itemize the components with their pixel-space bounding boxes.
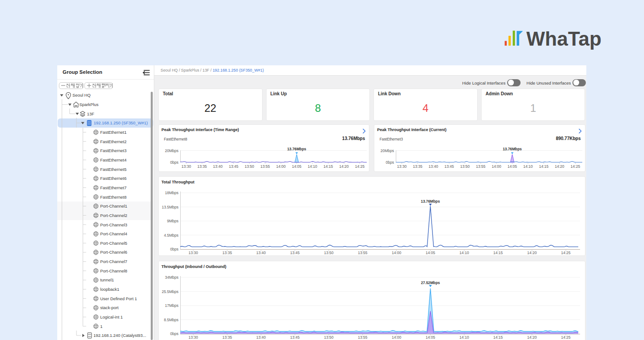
svg-text:14:25: 14:25 xyxy=(571,164,580,168)
svg-text:14:00: 14:00 xyxy=(492,164,502,168)
svg-text:13:55: 13:55 xyxy=(476,164,486,168)
svg-text:13:40: 13:40 xyxy=(429,164,439,168)
svg-text:14:05: 14:05 xyxy=(292,164,302,168)
svg-text:17Mbps: 17Mbps xyxy=(165,303,178,308)
svg-text:FastEthernet8: FastEthernet8 xyxy=(100,195,127,200)
svg-text:14:00: 14:00 xyxy=(276,164,286,168)
svg-text:14:00: 14:00 xyxy=(392,251,402,255)
svg-text:13:30: 13:30 xyxy=(189,335,199,340)
svg-text:13:50: 13:50 xyxy=(245,164,254,168)
svg-text:13:35: 13:35 xyxy=(413,164,423,168)
svg-text:User Defined Port 1: User Defined Port 1 xyxy=(100,296,137,301)
svg-text:Port-Channel5: Port-Channel5 xyxy=(100,241,127,246)
svg-text:tunnel1: tunnel1 xyxy=(100,277,114,282)
svg-text:FastEthernet7: FastEthernet7 xyxy=(100,185,127,190)
svg-text:FastEthernet5: FastEthernet5 xyxy=(100,167,127,172)
svg-text:FastEthernet1: FastEthernet1 xyxy=(100,130,127,135)
svg-text:13.5Mbps: 13.5Mbps xyxy=(162,205,178,209)
svg-text:13F: 13F xyxy=(87,111,94,116)
svg-text:13:45: 13:45 xyxy=(290,251,300,255)
svg-text:13.76Mbps: 13.76Mbps xyxy=(421,199,440,204)
svg-text:13:45: 13:45 xyxy=(229,164,239,168)
svg-text:13:30: 13:30 xyxy=(189,251,199,255)
svg-text:13:50: 13:50 xyxy=(460,164,470,168)
svg-text:Port-Channel4: Port-Channel4 xyxy=(100,231,127,236)
svg-text:14:25: 14:25 xyxy=(355,164,365,168)
svg-text:Port-Channel8: Port-Channel8 xyxy=(100,268,127,273)
svg-text:Port-Channel3: Port-Channel3 xyxy=(100,222,127,227)
svg-text:20Mbps: 20Mbps xyxy=(381,148,394,153)
svg-text:SparkPlus: SparkPlus xyxy=(80,102,99,107)
svg-text:20Mbps: 20Mbps xyxy=(165,148,178,153)
svg-text:13:30: 13:30 xyxy=(182,164,191,168)
svg-text:0bps: 0bps xyxy=(170,160,178,165)
svg-text:Port-Channel6: Port-Channel6 xyxy=(100,250,127,255)
svg-text:14:05: 14:05 xyxy=(508,164,517,168)
svg-text:stack-port: stack-port xyxy=(100,305,119,310)
svg-text:13:35: 13:35 xyxy=(222,335,232,340)
svg-text:27.52Mbps: 27.52Mbps xyxy=(421,280,440,285)
svg-text:13:55: 13:55 xyxy=(260,164,270,168)
svg-text:13:35: 13:35 xyxy=(197,164,207,168)
svg-text:1: 1 xyxy=(100,324,102,329)
svg-text:loopback1: loopback1 xyxy=(100,287,119,292)
svg-text:14:20: 14:20 xyxy=(339,164,349,168)
svg-text:14:20: 14:20 xyxy=(555,164,565,168)
svg-text:FastEthernet4: FastEthernet4 xyxy=(100,157,127,162)
svg-text:Port-Channel7: Port-Channel7 xyxy=(100,259,127,264)
svg-text:14:15: 14:15 xyxy=(493,251,503,255)
svg-text:FastEthernet3: FastEthernet3 xyxy=(100,148,127,153)
svg-text:13:40: 13:40 xyxy=(256,251,266,255)
svg-text:14:15: 14:15 xyxy=(539,164,549,168)
svg-text:Port-Channel2: Port-Channel2 xyxy=(100,213,127,218)
svg-text:Port-Channel1: Port-Channel1 xyxy=(100,204,127,208)
svg-text:14:25: 14:25 xyxy=(561,335,571,340)
svg-text:FastEthernet2: FastEthernet2 xyxy=(100,139,127,144)
svg-text:Logical-int 1: Logical-int 1 xyxy=(100,314,123,319)
svg-text:192.168.1.250 (SF350_W#1): 192.168.1.250 (SF350_W#1) xyxy=(94,120,148,125)
svg-text:14:20: 14:20 xyxy=(527,335,537,340)
svg-text:4.5Mbps: 4.5Mbps xyxy=(164,233,178,238)
svg-text:8.5Mbps: 8.5Mbps xyxy=(164,318,178,322)
svg-text:14:05: 14:05 xyxy=(426,335,436,340)
svg-text:WhaTap: WhaTap xyxy=(526,29,602,50)
svg-text:14:10: 14:10 xyxy=(523,164,533,168)
svg-text:13.76Mbps: 13.76Mbps xyxy=(287,147,306,151)
svg-text:13.76Mbps: 13.76Mbps xyxy=(503,147,522,151)
svg-text:14:00: 14:00 xyxy=(392,335,402,340)
svg-text:14:15: 14:15 xyxy=(493,335,503,340)
svg-text:13:55: 13:55 xyxy=(358,335,368,340)
svg-text:18Mbps: 18Mbps xyxy=(165,191,178,195)
svg-text:Seoul HQ: Seoul HQ xyxy=(72,93,91,98)
svg-text:13:45: 13:45 xyxy=(445,164,454,168)
svg-text:34Mbps: 34Mbps xyxy=(165,275,178,280)
svg-text:13:40: 13:40 xyxy=(256,335,266,340)
svg-text:13:35: 13:35 xyxy=(222,251,232,255)
svg-text:0bps: 0bps xyxy=(386,160,394,165)
svg-text:13:50: 13:50 xyxy=(324,335,334,340)
svg-text:14:20: 14:20 xyxy=(527,251,537,255)
svg-text:13:45: 13:45 xyxy=(290,335,300,340)
svg-text:13:50: 13:50 xyxy=(324,251,334,255)
svg-text:192.168.1.240 (Catalyst93...: 192.168.1.240 (Catalyst93... xyxy=(93,333,146,338)
svg-text:9Mbps: 9Mbps xyxy=(167,219,178,223)
svg-text:0bps: 0bps xyxy=(170,247,178,251)
svg-text:0bps: 0bps xyxy=(170,332,178,336)
svg-text:13:30: 13:30 xyxy=(397,164,407,168)
svg-text:14:15: 14:15 xyxy=(323,164,333,168)
svg-text:13:55: 13:55 xyxy=(358,251,368,255)
svg-text:14:25: 14:25 xyxy=(561,251,571,255)
svg-text:13:40: 13:40 xyxy=(213,164,223,168)
svg-text:FastEthernet6: FastEthernet6 xyxy=(100,176,127,181)
svg-text:14:10: 14:10 xyxy=(459,335,469,340)
svg-text:25.5Mbps: 25.5Mbps xyxy=(162,289,178,294)
svg-text:14:05: 14:05 xyxy=(426,251,436,255)
svg-text:14:10: 14:10 xyxy=(308,164,318,168)
svg-text:14:10: 14:10 xyxy=(459,251,469,255)
